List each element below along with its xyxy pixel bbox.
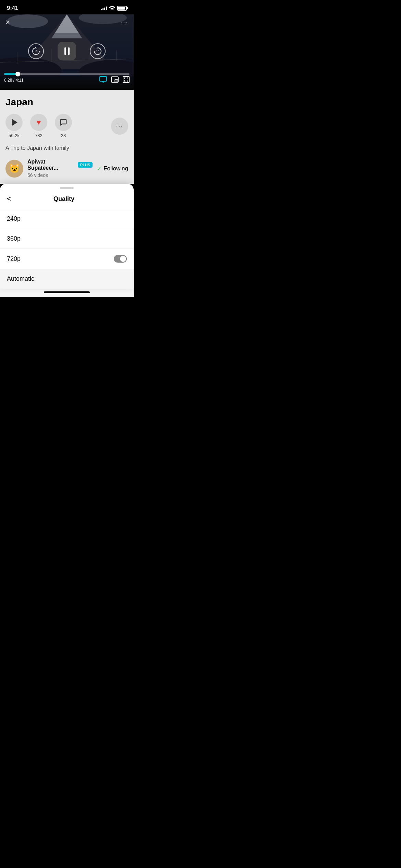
play-count: 59.2k <box>9 133 20 138</box>
channel-info: Apiwat Supateeer... PLUS 56 videos <box>27 159 93 178</box>
sheet-handle <box>60 187 74 189</box>
quality-option-240p[interactable]: 240p <box>0 209 134 229</box>
separator: / <box>12 78 15 83</box>
forward-button[interactable]: 10 <box>90 43 106 59</box>
comment-count: 28 <box>61 133 66 138</box>
plus-badge: PLUS <box>78 162 93 168</box>
more-actions-button[interactable]: ··· <box>111 118 128 135</box>
following-button[interactable]: ✓ Following <box>97 165 128 172</box>
like-action[interactable]: ♥ 782 <box>30 114 47 138</box>
total-time: 4:11 <box>15 78 23 83</box>
channel-row: 🐱 Apiwat Supateeer... PLUS 56 videos ✓ F… <box>5 159 128 178</box>
svg-marker-18 <box>101 81 105 83</box>
status-icons <box>101 5 127 11</box>
quality-list: 240p 360p 720p Automatic <box>0 209 134 289</box>
back-button[interactable]: < <box>7 194 11 203</box>
like-count: 782 <box>35 133 42 138</box>
svg-rect-21 <box>123 76 129 83</box>
video-description: A Trip to Japan with family <box>5 144 128 152</box>
signal-icon <box>101 6 107 10</box>
quality-option-360p[interactable]: 360p <box>0 229 134 249</box>
channel-name: Apiwat Supateeer... <box>27 159 75 171</box>
chat-icon <box>60 119 67 126</box>
quality-option-automatic[interactable]: Automatic <box>0 269 134 289</box>
action-row: 59.2k ♥ 782 28 ··· <box>5 114 128 138</box>
home-indicator <box>0 289 134 297</box>
current-time: 0:28 <box>4 78 12 83</box>
channel-avatar[interactable]: 🐱 <box>5 160 23 178</box>
wifi-icon <box>109 5 115 11</box>
quality-bottom-sheet: < Quality 240p 360p 720p Automatic <box>0 184 134 289</box>
svg-text:10: 10 <box>35 50 38 53</box>
video-top-controls: × ··· <box>0 18 134 27</box>
quality-option-720p[interactable]: 720p <box>0 249 134 269</box>
pause-button[interactable] <box>58 42 76 60</box>
close-button[interactable]: × <box>5 18 10 27</box>
following-label: Following <box>104 165 128 172</box>
more-options-button[interactable]: ··· <box>120 19 128 26</box>
status-time: 9:41 <box>7 5 18 12</box>
video-title: Japan <box>5 97 128 108</box>
heart-icon: ♥ <box>36 118 41 127</box>
airplay-button[interactable] <box>99 76 107 84</box>
svg-text:10: 10 <box>96 50 99 53</box>
quality-label-360p: 360p <box>7 235 21 242</box>
play-icon <box>12 119 17 126</box>
quality-label-240p: 240p <box>7 215 21 222</box>
content-area: Japan 59.2k ♥ 782 28 ··· A Trip <box>0 90 134 184</box>
svg-rect-17 <box>100 76 107 81</box>
channel-video-count: 56 videos <box>27 172 48 178</box>
comment-action[interactable]: 28 <box>55 114 72 138</box>
svg-rect-20 <box>115 80 118 82</box>
pip-button[interactable] <box>111 76 119 84</box>
video-bottom-controls: 0:28 / 4:11 <box>0 71 134 90</box>
status-bar: 9:41 <box>0 0 134 14</box>
video-player[interactable]: × ··· 10 10 <box>0 14 134 90</box>
check-icon: ✓ <box>97 165 102 172</box>
play-action[interactable]: 59.2k <box>5 114 23 138</box>
sheet-title: Quality <box>11 195 117 203</box>
progress-bar[interactable] <box>4 73 130 75</box>
quality-label-720p: 720p <box>7 255 21 263</box>
video-center-controls: 10 10 <box>28 42 106 60</box>
battery-icon <box>117 6 127 11</box>
sheet-header: < Quality <box>0 194 134 209</box>
quality-toggle-720p[interactable] <box>114 255 127 263</box>
rewind-button[interactable]: 10 <box>28 43 44 59</box>
quality-label-automatic: Automatic <box>7 275 34 282</box>
fullscreen-button[interactable] <box>123 76 130 84</box>
